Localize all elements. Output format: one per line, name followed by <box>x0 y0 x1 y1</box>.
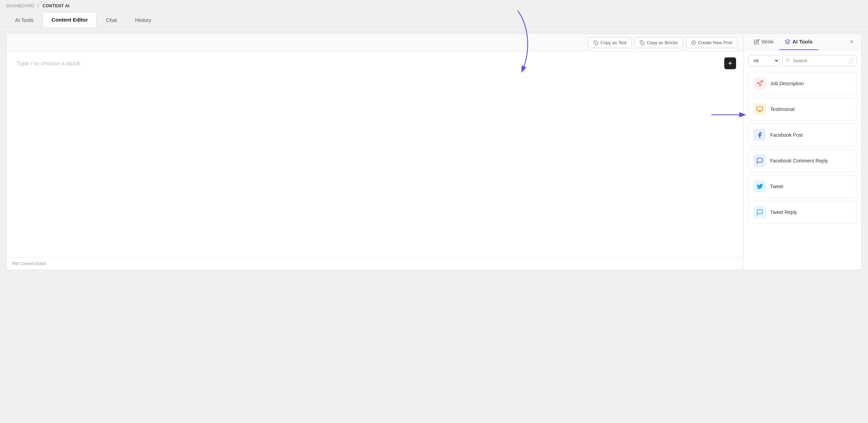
tab-history[interactable]: History <box>126 13 160 27</box>
editor-footer: RM Content Editor <box>7 257 743 270</box>
sidebar-tab-ai-tools[interactable]: AI Tools <box>779 34 818 50</box>
editor-panel: Copy as Text Copy as Blocks Create New P… <box>6 33 743 270</box>
svg-point-5 <box>786 58 789 62</box>
breadcrumb-sep: / <box>38 3 39 8</box>
facebook-comment-reply-label: Facebook Comment Reply <box>770 158 828 163</box>
sidebar-tab-write[interactable]: Write <box>748 34 779 50</box>
svg-rect-0 <box>595 42 598 45</box>
job-description-icon <box>753 77 766 90</box>
editor-placeholder: Type / to choose a block <box>16 60 80 67</box>
search-icon <box>786 58 790 64</box>
copy-blocks-icon <box>640 40 645 45</box>
tool-job-description[interactable]: Job Description <box>748 72 857 95</box>
search-shortcut: / <box>849 58 853 64</box>
sidebar-ai-tools-label: AI Tools <box>792 39 813 45</box>
tab-content-editor[interactable]: Content Editor <box>43 12 96 27</box>
copy-text-icon <box>593 40 598 45</box>
tool-testimonial[interactable]: Testimonial <box>748 98 857 121</box>
breadcrumb: DASHBOARD / CONTENT AI <box>0 0 868 12</box>
sidebar-close-button[interactable]: × <box>847 37 857 47</box>
tweet-reply-icon <box>753 206 766 218</box>
svg-rect-7 <box>757 107 763 111</box>
breadcrumb-current: CONTENT AI <box>42 3 70 8</box>
tab-ai-tools[interactable]: AI Tools <box>6 13 42 27</box>
testimonial-icon <box>753 103 766 115</box>
tool-tweet-reply[interactable]: Tweet Reply <box>748 201 857 224</box>
add-block-button[interactable]: + <box>724 57 736 69</box>
create-post-icon <box>691 40 696 45</box>
category-filter[interactable]: All Social SEO Blog <box>748 55 780 66</box>
copy-blocks-button[interactable]: Copy as Blocks <box>634 37 683 48</box>
tweet-label: Tweet <box>770 184 783 189</box>
sidebar-header: Write AI Tools × <box>743 34 861 50</box>
search-input[interactable] <box>791 56 849 66</box>
tweet-reply-label: Tweet Reply <box>770 209 797 215</box>
testimonial-label: Testimonial <box>770 106 795 112</box>
svg-line-6 <box>789 61 789 62</box>
sidebar-panel: Write AI Tools × All Social SEO Blog <box>743 33 862 270</box>
breadcrumb-home[interactable]: DASHBOARD <box>6 3 34 8</box>
editor-footer-label: RM Content Editor <box>12 261 47 266</box>
svg-rect-1 <box>641 42 644 45</box>
tab-chat[interactable]: Chat <box>97 13 126 27</box>
tweet-icon <box>753 180 766 193</box>
facebook-post-icon <box>753 129 766 141</box>
sidebar-filters: All Social SEO Blog / <box>743 50 861 69</box>
editor-body[interactable]: Type / to choose a block + <box>7 52 743 257</box>
write-icon <box>754 39 759 45</box>
tool-facebook-post[interactable]: Facebook Post <box>748 123 857 146</box>
tools-list: Job Description Testimonial <box>743 69 861 270</box>
tool-tweet[interactable]: Tweet <box>748 175 857 198</box>
ai-tools-icon <box>785 39 790 45</box>
main-tabs: AI Tools Content Editor Chat History <box>0 12 868 27</box>
tool-facebook-comment-reply[interactable]: Facebook Comment Reply <box>748 149 857 172</box>
create-new-post-button[interactable]: Create New Post <box>686 37 737 48</box>
copy-text-button[interactable]: Copy as Text <box>588 37 632 48</box>
facebook-post-label: Facebook Post <box>770 132 803 138</box>
sidebar-write-label: Write <box>762 39 774 45</box>
search-box: / <box>782 55 857 66</box>
editor-toolbar: Copy as Text Copy as Blocks Create New P… <box>7 34 743 52</box>
facebook-comment-reply-icon <box>753 154 766 167</box>
job-description-label: Job Description <box>770 81 804 86</box>
main-area: Copy as Text Copy as Blocks Create New P… <box>0 27 868 276</box>
